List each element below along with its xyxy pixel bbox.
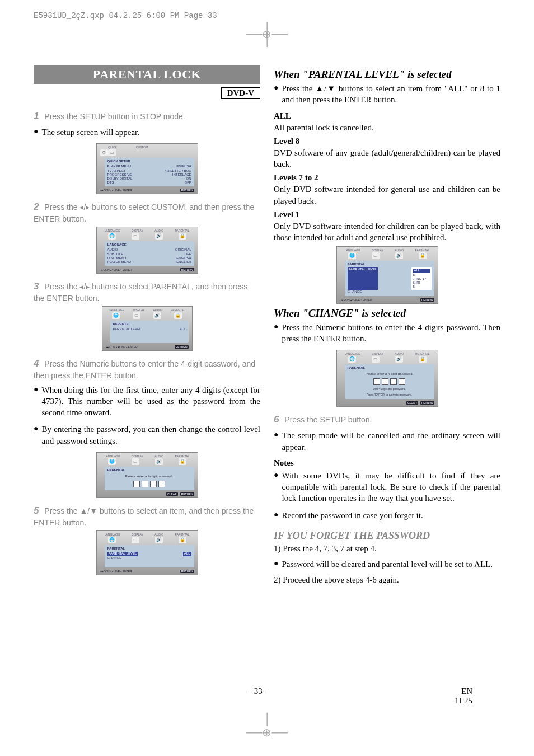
osd-screenshot-level-list: LANGUAGE DISPLAY AUDIO PARENTAL 🌐 ▭ 🔊 🔒 …	[336, 246, 438, 303]
bullet-icon: ●	[274, 557, 278, 569]
two-column-layout: PARENTAL LOCK DVD-V 1 Press the SETUP bu…	[34, 65, 500, 589]
step-5: 5 Press the ▲/▼ buttons to select an ite…	[34, 505, 260, 528]
body-text: Press the Numeric buttons to enter the 4…	[282, 322, 500, 345]
step-6: 6 Press the SETUP button.	[274, 414, 500, 426]
note-1: ● With some DVDs, it may be difficult to…	[274, 469, 500, 508]
step-text: Press the ◂/▸ buttons to select CUSTOM, …	[34, 203, 254, 223]
bullet-icon: ●	[34, 422, 38, 434]
level72-head: Levels 7 to 2	[274, 173, 500, 182]
print-header: E5931UD_2çZ.qxp 04.2.25 6:00 PM Page 33	[34, 11, 500, 20]
page-number: – 33 –	[247, 687, 269, 706]
step-2: 2 Press the ◂/▸ buttons to select CUSTOM…	[34, 201, 260, 224]
osd-screenshot-quick: QUICK CUSTOM ⚙ ▭ QUICK SETUP PLAYER MENU…	[96, 143, 198, 194]
forget-step1: 1) Press the 4, 7, 3, 7 at step 4.	[274, 543, 500, 554]
osd-screenshot-language: LANGUAGE DISPLAY AUDIO PARENTAL 🌐 ▭ 🔊 🔒 …	[96, 227, 198, 274]
step-number: 6	[274, 414, 279, 425]
page-code: 1L25	[455, 696, 472, 705]
lock-icon: 🔒	[179, 537, 186, 543]
level-list: ALL 8 7 [NC-17] 6 [R] 5	[411, 267, 432, 290]
globe-icon: 🌐	[112, 312, 120, 319]
forget-password-head: IF YOU FORGET THE PASSWORD	[274, 530, 500, 542]
parental-level-intro: ● Press the ▲/▼ buttons to select an ite…	[274, 82, 500, 109]
section-title: PARENTAL LOCK	[34, 65, 260, 84]
audio-icon: 🔊	[155, 233, 163, 240]
display-icon: ▭	[133, 312, 140, 319]
step-text: Press the Numeric buttons to enter the 4…	[34, 359, 255, 380]
subhead-change: When "CHANGE" is selected	[274, 307, 500, 320]
lock-icon: 🔒	[174, 312, 182, 319]
page-lang: EN	[461, 687, 472, 696]
level1-body: Only DVD software intended for children …	[274, 220, 500, 243]
lock-icon: 🔒	[419, 252, 427, 259]
audio-icon: 🔊	[395, 356, 403, 363]
password-boxes	[348, 378, 432, 385]
osd-tab: DISPLAY	[132, 229, 143, 232]
step-3: 3 Press the ◂/▸ buttons to select PARENT…	[34, 280, 260, 304]
display-icon: ▭	[372, 252, 380, 259]
display-icon: ▭	[132, 233, 139, 240]
globe-icon: 🌐	[108, 233, 116, 240]
bullet-icon: ●	[274, 321, 278, 332]
change-intro: ● Press the Numeric buttons to enter the…	[274, 321, 500, 348]
osd-title: QUICK SETUP	[107, 159, 191, 163]
page-footer: – 33 – EN 1L25	[0, 687, 534, 706]
globe-icon: 🌐	[348, 356, 356, 363]
body-text: By entering the password, you can then c…	[41, 424, 260, 447]
bullet-icon: ●	[34, 383, 38, 395]
display-icon: ▭	[372, 356, 380, 363]
notes-head: Notes	[274, 458, 500, 468]
body-text: With some DVDs, it may be difficult to f…	[282, 470, 500, 504]
audio-icon: 🔊	[153, 312, 161, 319]
osd-tab: PARENTAL	[175, 229, 190, 232]
step1-note: ● The setup screen will appear.	[34, 125, 260, 141]
body-text: The setup screen will appear.	[41, 126, 139, 138]
bullet-icon: ●	[274, 429, 278, 440]
display-icon: ▭	[132, 458, 139, 465]
osd-screenshot-password: LANGUAGE DISPLAY AUDIO PARENTAL 🌐 ▭ 🔊 🔒 …	[96, 452, 198, 498]
register-mark-top: │──⊕──│	[34, 26, 500, 43]
forget-step2: 2) Proceed the above steps 4-6 again.	[274, 574, 500, 585]
manual-page: E5931UD_2çZ.qxp 04.2.25 6:00 PM Page 33 …	[0, 0, 534, 756]
lock-icon: 🔒	[419, 356, 427, 363]
step-text: Press the ◂/▸ buttons to select PARENTAL…	[34, 282, 247, 303]
step-text: Press the SETUP button.	[284, 415, 372, 424]
setup-icon: ⚙	[100, 149, 108, 156]
level-all-body: All parental lock is cancelled.	[274, 122, 500, 133]
step4-note1: ● When doing this for the first time, en…	[34, 383, 260, 422]
body-text: Password will be cleared and parental le…	[282, 558, 493, 570]
osd-tab: LANGUAGE	[105, 229, 120, 232]
note-2: ● Record the password in case you forget…	[274, 509, 500, 524]
bullet-icon: ●	[274, 82, 278, 93]
lock-icon: 🔒	[179, 458, 186, 465]
left-column: PARENTAL LOCK DVD-V 1 Press the SETUP bu…	[34, 65, 260, 589]
bullet-icon: ●	[274, 469, 278, 481]
step4-note2: ● By entering the password, you can then…	[34, 422, 260, 450]
level8-head: Level 8	[274, 137, 500, 146]
level72-body: Only DVD software intended for general u…	[274, 184, 500, 206]
right-column: When "PARENTAL LEVEL" is selected ● Pres…	[274, 65, 500, 589]
globe-icon: 🌐	[108, 537, 116, 543]
osd-tab: CUSTOM	[136, 145, 148, 149]
body-text: The setup mode will be cancelled and the…	[282, 430, 500, 453]
register-mark-bottom: │──⊕──	[0, 713, 534, 739]
step-1: 1 Press the SETUP button in STOP mode.	[34, 110, 260, 123]
audio-icon: 🔊	[395, 252, 403, 259]
forget-note: ● Password will be cleared and parental …	[274, 557, 500, 573]
globe-icon: 🌐	[348, 252, 356, 259]
bullet-icon: ●	[34, 125, 38, 137]
osd-screenshot-parental: LANGUAGE DISPLAY AUDIO PARENTAL 🌐 ▭ 🔊 🔒 …	[102, 306, 193, 351]
step-number: 5	[34, 505, 39, 516]
step-text: Press the SETUP button in STOP mode.	[44, 112, 185, 121]
lock-icon: 🔒	[179, 233, 186, 240]
custom-icon: ▭	[108, 149, 116, 156]
step-number: 1	[34, 111, 39, 121]
level1-head: Level 1	[274, 210, 500, 219]
subhead-parental-level: When "PARENTAL LEVEL" is selected	[274, 68, 500, 81]
password-boxes	[107, 481, 191, 487]
step6-note: ● The setup mode will be cancelled and t…	[274, 429, 500, 456]
body-text: Record the password in case you forget i…	[282, 510, 423, 521]
step-number: 3	[34, 281, 39, 292]
osd-screenshot-parental-select: LANGUAGE DISPLAY AUDIO PARENTAL 🌐 ▭ 🔊 🔒 …	[96, 530, 198, 575]
display-icon: ▭	[132, 537, 139, 543]
step-text: Press the ▲/▼ buttons to select an item,…	[34, 506, 254, 527]
